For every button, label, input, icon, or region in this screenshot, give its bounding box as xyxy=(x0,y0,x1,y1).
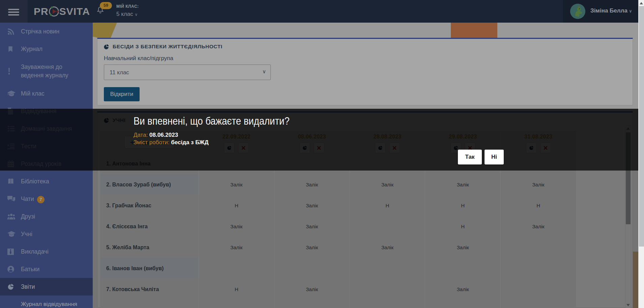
dialog-content-value: бесіда з БЖД xyxy=(171,139,208,146)
app-root: PRSVITA 59 МІЙ КЛАС: 5 клас ∨ xyxy=(0,0,644,308)
confirm-yes-button[interactable]: Так xyxy=(458,150,482,164)
dialog-date-value: 08.06.2023 xyxy=(149,132,178,138)
dialog-title: Ви впевнені, що бажаєте видалити? xyxy=(134,115,290,127)
scroll-up-icon xyxy=(640,2,643,4)
delete-confirm-dialog: Ви впевнені, що бажаєте видалити? Дата: … xyxy=(0,109,638,171)
dialog-date-label: Дата: xyxy=(134,132,148,138)
dialog-content-label: Зміст роботи: xyxy=(134,139,169,146)
window-scrollbar[interactable] xyxy=(638,0,644,308)
window-scrollbar-thumb[interactable] xyxy=(639,6,644,247)
confirm-no-button[interactable]: Ні xyxy=(485,150,504,164)
